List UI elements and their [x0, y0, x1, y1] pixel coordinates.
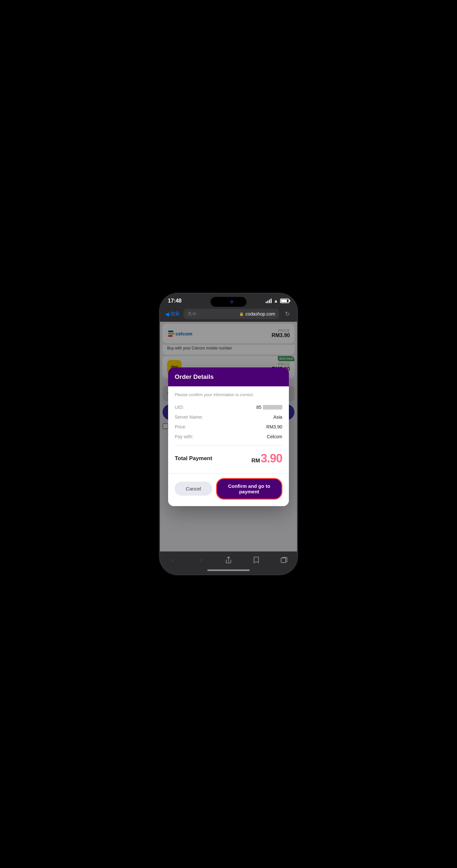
- divider: [175, 445, 282, 446]
- total-currency: RM: [251, 458, 260, 464]
- pay-with-label: Pay with:: [175, 434, 193, 439]
- total-amount: 3.90: [261, 452, 282, 465]
- price-value: RM3.90: [266, 424, 282, 429]
- signal-bar-2: [267, 301, 268, 303]
- server-name-value: Asia: [274, 414, 282, 420]
- svg-rect-0: [281, 558, 286, 563]
- uid-value: 85: [256, 405, 282, 410]
- safari-bottom-bar: ‹ ›: [160, 552, 297, 567]
- uid-redacted: [263, 405, 282, 409]
- uid-label: UID:: [175, 405, 184, 410]
- home-bar: [207, 569, 250, 571]
- modal-subtitle: Please confirm your information is corre…: [175, 392, 282, 397]
- home-indicator: [160, 567, 297, 574]
- phone-frame: 17:48 ▲ ◀ 搜索 大小 🔒: [160, 294, 297, 574]
- uid-row: UID: 85: [175, 402, 282, 412]
- total-row: Total Payment RM 3.90: [175, 450, 282, 467]
- pay-with-row: Pay with: Celcom: [175, 432, 282, 441]
- dynamic-island: [211, 297, 246, 307]
- bookmarks-button[interactable]: [250, 555, 263, 565]
- total-price: RM 3.90: [251, 452, 282, 465]
- back-button[interactable]: ◀ 搜索: [165, 311, 180, 317]
- order-details-modal: Order Details Please confirm your inform…: [168, 367, 289, 506]
- battery-icon: [280, 299, 289, 303]
- uid-number: 85: [256, 405, 262, 410]
- reload-button[interactable]: ↻: [283, 310, 292, 318]
- server-name-label: Server Name:: [175, 414, 203, 420]
- tabs-button[interactable]: [277, 555, 291, 564]
- status-icons: ▲: [266, 298, 289, 304]
- back-label: 搜索: [171, 311, 180, 317]
- wifi-icon: ▲: [274, 298, 278, 304]
- url-display: codashop.com: [245, 311, 275, 316]
- modal-body: Please confirm your information is corre…: [168, 386, 289, 473]
- front-camera: [230, 300, 234, 304]
- back-arrow-icon: ◀: [165, 311, 169, 317]
- pay-with-value: Celcom: [267, 434, 282, 439]
- signal-icon: [266, 299, 272, 303]
- modal-footer: Cancel Confirm and go to payment: [168, 473, 289, 506]
- address-bar[interactable]: 大小 🔒 codashop.com: [183, 309, 279, 319]
- modal-overlay: Order Details Please confirm your inform…: [160, 322, 297, 552]
- content-area: celcom PRICE RM3.90 Buy with your Celcom…: [160, 322, 297, 552]
- back-navigation-button[interactable]: ‹: [166, 555, 180, 565]
- price-row: Price: RM3.90: [175, 422, 282, 432]
- modal-title: Order Details: [175, 373, 282, 380]
- price-label: Price:: [175, 424, 186, 429]
- lock-icon: 🔒: [239, 312, 244, 316]
- screen: 17:48 ▲ ◀ 搜索 大小 🔒: [160, 294, 297, 574]
- signal-bar-3: [269, 300, 270, 303]
- confirm-payment-button[interactable]: Confirm and go to payment: [216, 478, 282, 500]
- share-button[interactable]: [222, 555, 235, 565]
- server-name-row: Server Name: Asia: [175, 412, 282, 422]
- signal-bar-4: [271, 299, 272, 303]
- modal-header: Order Details: [168, 367, 289, 386]
- signal-bar-1: [266, 302, 267, 303]
- text-size-label: 大小: [187, 311, 196, 317]
- cancel-button[interactable]: Cancel: [175, 482, 212, 496]
- time-display: 17:48: [168, 298, 182, 304]
- forward-navigation-button[interactable]: ›: [194, 555, 207, 565]
- total-label: Total Payment: [175, 455, 212, 462]
- nav-bar: ◀ 搜索 大小 🔒 codashop.com ↻: [160, 306, 297, 322]
- battery-fill: [281, 300, 287, 302]
